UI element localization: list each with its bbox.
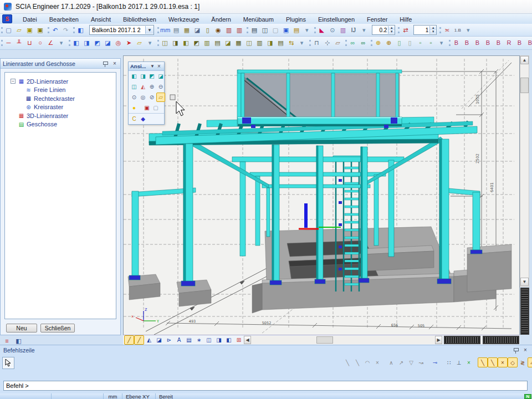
magnet-icon[interactable]: ⊸ (430, 357, 440, 367)
camera-store-icon[interactable]: ▣ (142, 103, 151, 112)
snap-grid-icon[interactable]: ∷ (444, 357, 454, 367)
clipping-box-active-icon[interactable]: ▱ (156, 93, 165, 102)
move-entity-icon[interactable]: ◨ (81, 38, 92, 48)
menu--ndern[interactable]: Ändern (205, 16, 237, 23)
label-config-icon[interactable]: IJ (348, 25, 359, 35)
ring-icon[interactable]: ◎ (113, 38, 124, 48)
snap-plane-active-icon[interactable]: ▱ (528, 357, 532, 367)
snap-ortho-active-icon[interactable]: ◇ (508, 357, 518, 367)
snap-dir-icon[interactable]: ↗ (396, 357, 406, 367)
profile-icon[interactable]: ▥ (254, 38, 265, 48)
snap-endpoint-active-icon[interactable]: ╲ (478, 357, 488, 367)
frame-tool-icon[interactable]: ⊔ (24, 38, 35, 48)
rotate-control-horizontal[interactable] (444, 336, 480, 344)
swap-icon[interactable]: ⇆ (286, 38, 296, 48)
print-preview-icon[interactable]: ◫ (259, 25, 270, 35)
overflow-icon[interactable]: ▾ (436, 38, 447, 48)
view-front-icon[interactable]: ◨ (139, 71, 147, 81)
menu-datei[interactable]: Datei (17, 16, 43, 23)
command-input[interactable] (3, 381, 528, 391)
menu-fenster[interactable]: Fenster (361, 16, 393, 23)
box-select-icon[interactable]: ▫ (415, 38, 426, 48)
profile-icon[interactable]: ◨ (265, 38, 275, 48)
scroll-left-icon[interactable]: ◀ (244, 336, 251, 344)
paint-bucket-icon[interactable]: ◣ (316, 25, 327, 35)
spinner-up-icon[interactable]: ▲ (388, 26, 395, 30)
zoom-in-icon[interactable]: ⊕ (147, 82, 156, 91)
profile-icon[interactable]: ◫ (160, 38, 170, 48)
pin-icon[interactable] (103, 60, 108, 67)
snap-line2-icon[interactable]: ╲ (352, 357, 362, 367)
zoom-out-icon[interactable]: ⊖ (156, 82, 165, 91)
vertical-scroll-thumb[interactable] (520, 78, 529, 93)
view-bottom-icon[interactable]: ◫ (130, 82, 139, 91)
new-document-icon[interactable]: ▢ (3, 25, 14, 35)
pencil2-active-icon[interactable]: ╱ (134, 335, 144, 345)
b-tool-icon[interactable]: B (514, 38, 525, 48)
zoom-doc-icon[interactable]: ⊙ (327, 25, 337, 35)
tree-item-freie-linien[interactable]: ≋Freie Linien (5, 86, 116, 95)
menu-einstellungen[interactable]: Einstellungen (312, 16, 361, 23)
layers-icon[interactable]: ▤ (171, 25, 181, 35)
copy-entity-icon[interactable]: ◧ (71, 38, 81, 48)
profile-icon[interactable]: ▤ (275, 38, 286, 48)
units-icon[interactable]: mm (160, 25, 171, 35)
profile-icon[interactable]: ◩ (191, 38, 202, 48)
barrier-icon[interactable]: ▥ (223, 25, 234, 35)
overflow-icon[interactable]: ▾ (359, 25, 369, 35)
save-icon[interactable]: ▣ (24, 25, 35, 35)
zoom-all-icon[interactable]: ◎ (139, 93, 147, 102)
horizontal-scrollbar[interactable] (251, 336, 435, 344)
spinner-down-icon[interactable]: ▼ (430, 30, 436, 34)
snap-peak-icon[interactable]: ∧ (386, 357, 396, 367)
goggles2-icon[interactable]: ∞ (358, 38, 369, 48)
print-view-icon[interactable]: ▤ (184, 335, 194, 345)
view-side-icon[interactable]: ◩ (147, 71, 156, 81)
pin-icon[interactable] (513, 347, 519, 354)
profile-icon[interactable]: ▤ (212, 38, 223, 48)
scroll-down-icon[interactable]: ▼ (520, 278, 529, 286)
menu-bearbeiten[interactable]: Bearbeiten (43, 16, 85, 23)
tree-item-3d-linienraster[interactable]: ▦3D-Linienraster (5, 111, 116, 120)
b-tool-icon[interactable]: B (472, 38, 483, 48)
scroll-up-icon[interactable]: ▲ (520, 56, 529, 64)
spinner-up-icon[interactable]: ▲ (430, 26, 436, 30)
factor-spinner[interactable]: 1 ▲▼ (413, 25, 437, 35)
schliessen-button[interactable]: Schließen (40, 324, 75, 332)
menu-werkzeuge[interactable]: Werkzeuge (162, 16, 205, 23)
b-tool-icon[interactable]: B (451, 38, 462, 48)
notes-icon[interactable]: ▤ (291, 25, 301, 35)
layer-box-icon[interactable]: ◫ (204, 335, 214, 345)
folder-icon[interactable]: ▱ (134, 38, 145, 48)
print-icon[interactable]: ▤ (249, 25, 259, 35)
profile-icon[interactable]: ◫ (244, 38, 254, 48)
battery-icon[interactable]: ▯ (202, 25, 213, 35)
camera-recall-icon[interactable]: ▢ (151, 103, 160, 112)
column-gray-icon[interactable]: ▯ (405, 38, 415, 48)
redo-icon[interactable]: ↷ (60, 25, 71, 35)
document-gray-icon[interactable]: ▢ (270, 25, 280, 35)
neu-button[interactable]: Neu (6, 324, 37, 332)
snap-intersect-active-icon[interactable]: × (498, 357, 508, 367)
layer-box3-icon[interactable]: ◧ (224, 335, 234, 345)
save-as-icon[interactable]: ▣ (35, 25, 45, 35)
scroll-right-icon[interactable]: ▶ (435, 336, 442, 344)
close-icon[interactable]: × (156, 63, 162, 69)
flag-icon[interactable]: ⊳ (164, 335, 174, 345)
overflow-icon[interactable]: ▾ (56, 38, 66, 48)
b-tool-icon[interactable]: B (462, 38, 472, 48)
angle-tool-icon[interactable]: ∠ (45, 38, 56, 48)
close-icon[interactable]: × (522, 347, 529, 353)
profile-icon[interactable]: ▥ (202, 38, 212, 48)
select-point-icon[interactable]: ⊹ (322, 38, 332, 48)
profile-icon[interactable]: ◨ (170, 38, 181, 48)
snap-tri-icon[interactable]: ▽ (406, 357, 416, 367)
b-tool-icon[interactable]: B (483, 38, 493, 48)
snap-perp-icon[interactable]: ⊥ (454, 357, 464, 367)
snap-curve-icon[interactable]: ↝ (416, 357, 426, 367)
rotate-entity-icon[interactable]: ◩ (92, 38, 103, 48)
snap-cross-icon[interactable]: × (372, 357, 382, 367)
scale-spinner[interactable]: 0.2 ▲▼ (372, 25, 395, 35)
profile-icon[interactable]: ▦ (233, 38, 244, 48)
light-icon[interactable]: ● (130, 103, 139, 112)
